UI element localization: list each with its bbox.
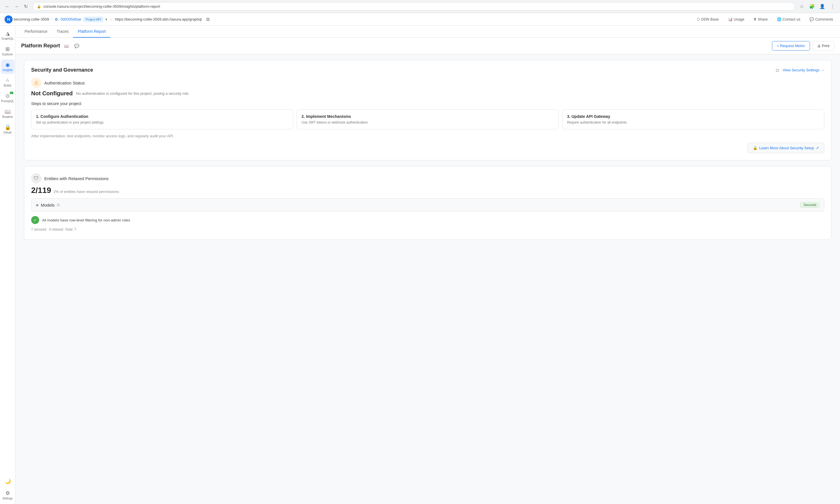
tab-platform-report[interactable]: Platform Report <box>73 26 110 38</box>
models-section: ≡ Models ⊡ Secured ✓ All models have row… <box>31 198 824 233</box>
step-desc-1: Set up authentication in your project se… <box>36 121 288 124</box>
learn-more-label: Learn More About Security Setup <box>759 146 814 150</box>
sidebar-item-readme[interactable]: 📖 Readme <box>1 106 15 121</box>
nav-buttons: ← → ↻ <box>3 3 30 11</box>
chat-button[interactable]: 💬 <box>72 42 81 50</box>
warning-icon: ⚠ <box>31 78 41 88</box>
contact-us-label: Contact us <box>783 17 800 21</box>
model-stats: 7 secured · 0 relaxed ·Total: 7 <box>31 226 824 233</box>
secured-badge: Secured <box>800 202 819 208</box>
entity-count: 2/119 2% of entities have relaxed permis… <box>31 186 824 195</box>
shield-icon: 🛡 <box>31 173 41 183</box>
hasura-logo: H <box>4 15 13 23</box>
star-button[interactable]: ☆ <box>798 3 806 11</box>
card-link-area: ⊡ View Security Settings → <box>776 68 824 72</box>
sidebar-label-builds: Builds <box>4 84 12 87</box>
auth-status-section: ⚠ Authentication Status Not Configured N… <box>31 78 824 153</box>
page-title-area: Platform Report 📖 💬 <box>21 42 81 50</box>
usage-label: Usage <box>734 17 744 21</box>
copy-url-button[interactable]: ⧉ <box>204 15 212 23</box>
api-badge: Project API <box>84 17 103 22</box>
sidebar-item-settings[interactable]: ⚙ Settings <box>1 488 15 502</box>
step-desc-3: Require authentication for all endpoints… <box>567 121 819 124</box>
share-icon: ⬆ <box>753 17 757 21</box>
oauth-icon: 🔒 <box>4 124 11 130</box>
sidebar-item-graphql[interactable]: ◮ GraphiQL <box>1 28 15 42</box>
sidebar-label-promptql: PromptQL <box>1 100 14 103</box>
sidebar-label-settings: Settings <box>2 497 13 500</box>
auth-section-title: Authentication Status <box>44 80 85 85</box>
step-title-1: 1. Configure Authentication <box>36 114 288 119</box>
usage-icon: 📊 <box>728 17 733 21</box>
models-expand-icon[interactable]: ⊡ <box>57 203 60 207</box>
browser-actions: ☆ 🧩 👤 ⋮ <box>798 3 837 11</box>
api-id[interactable]: 000335d5ae <box>61 17 81 21</box>
tab-traces[interactable]: Traces <box>52 26 73 38</box>
step-card-2: 2. Implement Mechanisms Use JWT tokens o… <box>296 109 559 129</box>
request-metric-button[interactable]: + Request Metric <box>772 41 810 51</box>
models-label: Models <box>41 203 55 208</box>
url-text: console.hasura.io/project/becoming-colli… <box>44 4 791 8</box>
models-header: ≡ Models ⊡ Secured <box>31 198 824 212</box>
sidebar: ◮ GraphiQL ⊞ Explorer ◉ Insights ⑃ Build… <box>0 26 15 504</box>
page-actions: + Request Metric 🖨 Print <box>772 41 834 51</box>
promptql-badge: 0 <box>10 92 13 94</box>
view-settings-label: View Security Settings <box>783 68 819 72</box>
expand-icon[interactable]: ⊡ <box>776 68 779 72</box>
ddn-base-action[interactable]: ⬡ DDN Base <box>695 16 721 22</box>
url-bar[interactable]: 🔒 console.hasura.io/project/becoming-col… <box>33 2 795 11</box>
entities-section-header: 🛡 Entities with Relaxed Permissions <box>31 173 824 183</box>
project-name: becoming-collie-3509 <box>14 17 49 21</box>
print-button[interactable]: 🖨 Print <box>812 41 834 51</box>
page-title: Platform Report <box>21 43 60 49</box>
status-description: No authentication is configured for this… <box>76 91 189 96</box>
explorer-icon: ⊞ <box>5 46 10 52</box>
status-not-configured: Not Configured <box>31 90 73 97</box>
check-text: All models have row-level filtering for … <box>42 218 130 222</box>
tab-actions: ⬡ DDN Base 📊 Usage ⬆ Share 🌐 Contact us … <box>695 16 836 22</box>
models-title: ≡ Models ⊡ <box>36 203 60 208</box>
extensions-button[interactable]: 🧩 <box>808 3 816 11</box>
sidebar-item-promptql[interactable]: ⊙ 0 PromptQL <box>1 90 15 105</box>
back-button[interactable]: ← <box>3 3 12 11</box>
comments-action[interactable]: 💬 Comments <box>807 16 836 22</box>
sidebar-item-oauth[interactable]: 🔒 OAuth <box>1 122 15 137</box>
main-content: Security and Governance ⊡ View Security … <box>15 54 840 504</box>
sidebar-item-builds[interactable]: ⑃ Builds <box>1 75 15 89</box>
view-settings-arrow: → <box>821 68 824 72</box>
entity-number: 2/119 <box>31 186 51 195</box>
sidebar-item-explorer[interactable]: ⊞ Explorer <box>1 44 15 58</box>
tab-performance[interactable]: Performance <box>20 26 52 38</box>
comments-icon: 💬 <box>809 17 814 21</box>
browser-bar: ← → ↻ 🔒 console.hasura.io/project/becomi… <box>0 0 840 13</box>
bookmark-button[interactable]: 📖 <box>62 42 70 50</box>
ddn-base-label: DDN Base <box>701 17 719 21</box>
app-layout: ◮ GraphiQL ⊞ Explorer ◉ Insights ⑃ Build… <box>0 26 840 504</box>
profile-button[interactable]: 👤 <box>818 3 826 11</box>
usage-action[interactable]: 📊 Usage <box>726 16 747 22</box>
sidebar-label-insights: Insights <box>3 69 12 72</box>
settings-icon: ⚙ <box>5 490 10 496</box>
menu-button[interactable]: ⋮ <box>828 3 837 11</box>
project-info: becoming-collie-3509 / ⚙ 000335d5ae Proj… <box>14 15 212 23</box>
share-action[interactable]: ⬆ Share <box>751 16 770 22</box>
view-security-settings-link[interactable]: View Security Settings → <box>783 68 824 72</box>
refresh-button[interactable]: ↻ <box>22 3 30 11</box>
step-title-2: 2. Implement Mechanisms <box>302 114 554 119</box>
contact-icon: 🌐 <box>777 17 782 21</box>
entity-desc: 2% of entities have relaxed permissions <box>53 190 119 194</box>
app-tabs-bar: H becoming-collie-3509 / ⚙ 000335d5ae Pr… <box>0 13 840 26</box>
model-check: ✓ All models have row-level filtering fo… <box>31 214 824 226</box>
step-title-3: 3. Update API Gateway <box>567 114 819 119</box>
forward-button[interactable]: → <box>13 3 21 11</box>
learn-more-button[interactable]: 🔒 Learn More About Security Setup ↗ <box>748 143 824 153</box>
sidebar-item-insights[interactable]: ◉ Insights <box>1 59 15 74</box>
steps-title: Steps to secure your project: <box>31 101 824 106</box>
sidebar-item-moon[interactable]: 🌙 <box>1 476 15 487</box>
security-card-title: Security and Governance <box>31 67 93 73</box>
contact-us-action[interactable]: 🌐 Contact us <box>775 16 803 22</box>
expand-icon[interactable]: ▾ <box>105 17 107 21</box>
graphql-icon: ◮ <box>6 30 10 37</box>
sidebar-label-readme: Readme <box>2 115 13 119</box>
right-panel: Performance Traces Platform Report Platf… <box>15 26 840 504</box>
